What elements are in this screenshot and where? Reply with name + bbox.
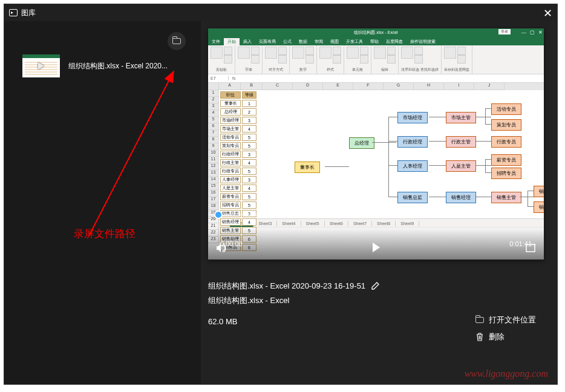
thumbnail-label: 组织结构图.xlsx - Excel 2020... xyxy=(68,61,168,71)
play-button[interactable] xyxy=(371,243,381,255)
volume-button[interactable] xyxy=(217,244,227,255)
folder-icon xyxy=(475,317,484,323)
fullscreen-button[interactable] xyxy=(526,244,535,255)
video-player[interactable]: 组织结构图.xlsx - Excel 登录 —▢✕ 文件开始插入页面布局公式数据… xyxy=(208,28,544,260)
svg-line-1 xyxy=(89,71,174,236)
progress-handle[interactable] xyxy=(214,211,223,219)
excel-login: 登录 xyxy=(498,29,511,34)
folder-icon xyxy=(172,38,181,44)
trash-icon xyxy=(475,333,484,341)
annotation-arrow xyxy=(50,67,195,242)
excel-window-controls: —▢✕ xyxy=(521,30,543,35)
excel-titlebar: 组织结构图.xlsx - Excel 登录 —▢✕ xyxy=(208,28,544,37)
excel-formula-bar: E7fx xyxy=(208,74,544,83)
open-location-button[interactable]: 打开文件位置 xyxy=(475,315,536,325)
file-actions: 打开文件位置 删除 xyxy=(475,315,536,348)
file-name-full: 组织结构图.xlsx - Excel 2020-09-23 16-19-51 xyxy=(208,281,365,292)
video-thumbnail xyxy=(22,54,60,77)
main-panel: 组织结构图.xlsx - Excel 登录 —▢✕ 文件开始插入页面布局公式数据… xyxy=(201,21,557,384)
excel-grid: 1234567891011121314151617181920212223 AB… xyxy=(208,83,544,218)
window-title: 图库 xyxy=(21,8,36,18)
file-name-short: 组织结构图.xlsx - Excel xyxy=(208,295,289,306)
sidebar: 组织结构图.xlsx - Excel 2020... 录屏文件路径 xyxy=(4,21,201,384)
play-icon xyxy=(38,62,44,70)
excel-ribbon: 剪贴板字体对齐方式数字样式单元格编辑排序和筛选 查找和选择保存到百度网盘 xyxy=(208,45,544,74)
video-progress[interactable] xyxy=(208,214,544,216)
thumbnail-item[interactable]: 组织结构图.xlsx - Excel 2020... xyxy=(22,54,168,77)
close-button[interactable]: ✕ xyxy=(541,7,554,20)
delete-button[interactable]: 删除 xyxy=(475,332,536,342)
annotation-label: 录屏文件路径 xyxy=(74,227,136,241)
excel-ribbon-tabs: 文件开始插入页面布局公式数据审阅视图开发工具帮助百度网盘操作说明搜索 xyxy=(208,37,544,45)
file-size: 62.0 MB xyxy=(208,317,237,326)
gallery-icon xyxy=(9,9,18,16)
svg-rect-2 xyxy=(526,244,535,252)
open-folder-button[interactable] xyxy=(168,32,186,50)
rename-button[interactable] xyxy=(371,281,380,292)
watermark: www.ligonggong.com xyxy=(465,368,548,379)
titlebar: 图库 xyxy=(4,4,557,21)
